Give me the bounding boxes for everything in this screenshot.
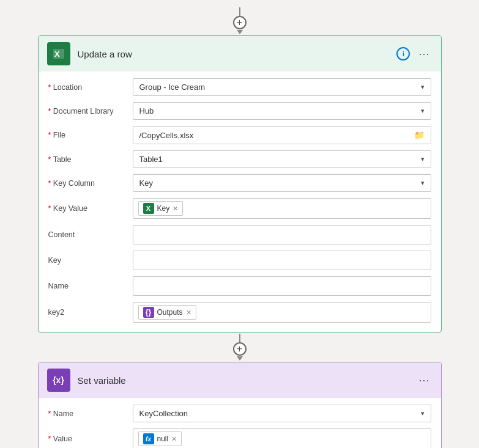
- set-variable-more-button[interactable]: ···: [416, 373, 432, 388]
- top-connector: +: [233, 7, 247, 34]
- field-row-document-library: * Document Library Hub ▾: [39, 99, 441, 123]
- content-control[interactable]: [133, 225, 431, 244]
- key-column-label: * Key Column: [48, 179, 128, 188]
- key-field-label: Key: [48, 256, 128, 265]
- key-input[interactable]: [133, 251, 431, 270]
- sv-value-control[interactable]: fx null ✕: [133, 428, 431, 448]
- fx-icon: fx: [143, 433, 154, 444]
- key-column-chevron-icon: ▾: [421, 179, 425, 187]
- key-value-tag-close[interactable]: ✕: [173, 205, 178, 213]
- key-value-label: * Key Value: [48, 204, 128, 213]
- field-row-file: * File /CopyCells.xlsx 📁: [39, 123, 441, 147]
- update-row-card-body: * Location Group - Ice Cream ▾ * Documen…: [39, 72, 441, 332]
- sv-value-tag-close[interactable]: ✕: [171, 435, 177, 443]
- field-row-table: * Table Table1 ▾: [39, 147, 441, 171]
- add-step-top-button[interactable]: +: [233, 16, 247, 29]
- update-row-card-header: X Update a row i ···: [39, 36, 441, 72]
- set-variable-header: {x} Set variable ···: [39, 362, 441, 398]
- document-library-control[interactable]: Hub ▾: [133, 102, 431, 120]
- sv-name-value: KeyCollection: [139, 409, 188, 418]
- update-row-card: X Update a row i ··· * Location Group - …: [38, 35, 442, 332]
- curly-brace-icon: {}: [146, 308, 151, 317]
- middle-connector: +: [233, 334, 247, 361]
- file-value: /CopyCells.xlsx: [139, 131, 194, 140]
- fx-text: fx: [146, 436, 151, 442]
- key-value-tag-input[interactable]: X Key ✕: [133, 198, 431, 219]
- connector-line-top: [239, 7, 240, 16]
- arrow-middle: [237, 356, 243, 361]
- doc-lib-required: *: [48, 107, 53, 116]
- location-control[interactable]: Group - Ice Cream ▾: [133, 78, 431, 96]
- set-variable-title: Set variable: [78, 375, 409, 386]
- name-control[interactable]: [133, 276, 431, 296]
- info-button[interactable]: i: [396, 47, 410, 61]
- file-required: *: [48, 131, 53, 139]
- location-select[interactable]: Group - Ice Cream ▾: [133, 78, 431, 96]
- plus-icon-middle: +: [237, 344, 242, 354]
- doc-lib-chevron-icon: ▾: [421, 107, 425, 115]
- table-control[interactable]: Table1 ▾: [133, 150, 431, 168]
- name-label: Name: [48, 282, 128, 290]
- sv-field-row-value: * Value fx null ✕: [39, 425, 441, 448]
- more-options-button[interactable]: ···: [416, 46, 432, 62]
- set-variable-card: {x} Set variable ··· * Name KeyCollectio…: [38, 362, 442, 448]
- svg-text:X: X: [54, 50, 60, 59]
- location-chevron-icon: ▾: [421, 83, 425, 91]
- key-value-control[interactable]: X Key ✕: [133, 198, 431, 219]
- sv-name-select[interactable]: KeyCollection ▾: [133, 405, 431, 422]
- field-row-key-column: * Key Column Key ▾: [39, 171, 441, 195]
- key-field-control[interactable]: [133, 251, 431, 270]
- key2-tag-close[interactable]: ✕: [186, 309, 191, 317]
- table-value: Table1: [139, 155, 163, 164]
- sv-name-required: *: [48, 409, 53, 418]
- sv-name-control[interactable]: KeyCollection ▾: [133, 405, 431, 422]
- file-input[interactable]: /CopyCells.xlsx 📁: [133, 126, 431, 144]
- location-value: Group - Ice Cream: [139, 83, 206, 92]
- location-required: *: [48, 83, 53, 92]
- sv-name-chevron-icon: ▾: [421, 409, 425, 417]
- location-label: * Location: [48, 83, 128, 92]
- sv-value-tag-input[interactable]: fx null ✕: [133, 428, 431, 448]
- table-required: *: [48, 155, 53, 164]
- flow-container: + X Update a row i ··· * Location: [26, 6, 454, 448]
- file-label: * File: [48, 131, 128, 139]
- content-label: Content: [48, 230, 128, 239]
- folder-icon: 📁: [414, 130, 425, 140]
- file-control[interactable]: /CopyCells.xlsx 📁: [133, 126, 431, 144]
- field-row-content: Content: [39, 222, 441, 248]
- sv-value-label: * Value: [48, 435, 128, 443]
- table-label: * Table: [48, 155, 128, 164]
- key-val-required: *: [48, 204, 53, 213]
- tag-purple-icon: {}: [143, 307, 154, 318]
- update-row-actions: i ···: [396, 46, 432, 62]
- set-variable-card-body: * Name KeyCollection ▾ * Value: [39, 398, 441, 448]
- arrow-top: [237, 30, 243, 34]
- sv-value-tag-text: null: [157, 435, 169, 443]
- key-column-value: Key: [139, 178, 153, 188]
- curly-brace-card-icon: {x}: [53, 375, 64, 385]
- sv-value-tag: fx null ✕: [138, 431, 182, 446]
- key-column-select[interactable]: Key ▾: [133, 174, 431, 192]
- key-column-control[interactable]: Key ▾: [133, 174, 431, 192]
- key2-label: key2: [48, 308, 128, 317]
- content-input[interactable]: [133, 225, 431, 244]
- key-value-tag: X Key ✕: [138, 201, 184, 216]
- add-step-middle-button[interactable]: +: [233, 342, 247, 356]
- key2-control[interactable]: {} Outputs ✕: [133, 302, 431, 323]
- field-row-name: Name: [39, 273, 441, 299]
- field-row-key: Key: [39, 248, 441, 273]
- sv-field-row-name: * Name KeyCollection ▾: [39, 402, 441, 425]
- document-library-select[interactable]: Hub ▾: [133, 102, 431, 120]
- key2-tag-input[interactable]: {} Outputs ✕: [133, 302, 431, 323]
- document-library-label: * Document Library: [48, 107, 128, 116]
- field-row-key-value: * Key Value X Key ✕: [39, 195, 441, 222]
- key2-tag: {} Outputs ✕: [138, 305, 196, 320]
- key-value-tag-text: Key: [157, 204, 170, 213]
- table-select[interactable]: Table1 ▾: [133, 150, 431, 168]
- name-input[interactable]: [133, 276, 431, 296]
- sv-name-label: * Name: [48, 409, 128, 418]
- field-row-key2: key2 {} Outputs ✕: [39, 299, 441, 326]
- tag-excel-icon: X: [143, 203, 154, 214]
- plus-icon-top: +: [237, 18, 242, 28]
- key-col-required: *: [48, 179, 53, 188]
